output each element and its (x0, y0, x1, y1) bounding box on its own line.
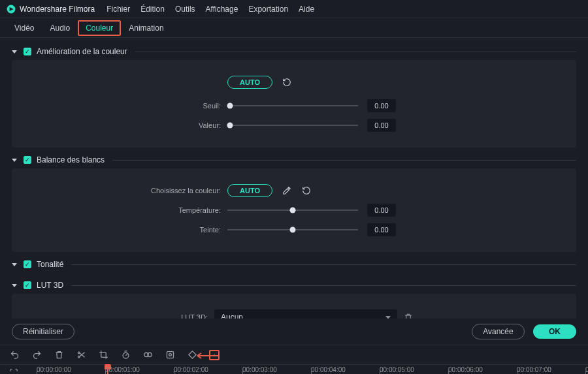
timeline-tick: 00:00:00:00 (37, 365, 71, 374)
menu-edition[interactable]: Édition (140, 5, 165, 14)
reset-button[interactable]: Réinitialiser (12, 324, 74, 339)
tab-audio[interactable]: Audio (42, 20, 78, 36)
checkbox-tonalite[interactable] (24, 260, 31, 268)
checkbox-color-enhancement[interactable] (24, 48, 31, 55)
section-title: Tonalité (37, 260, 63, 269)
speed-icon[interactable] (120, 350, 131, 360)
menu-exportation[interactable]: Exportation (248, 5, 288, 14)
timeline: 00:00:00:0000:00:01:0000:00:02:0000:00:0… (0, 364, 588, 374)
menu-outils[interactable]: Outils (175, 5, 195, 14)
section-color-enhancement: Amélioration de la couleur AUTO Seuil: 0… (12, 43, 576, 148)
label-lut3d: LUT 3D: (25, 313, 214, 319)
timeline-tick: 00:00:08:00 (585, 365, 588, 374)
section-header-tonalite[interactable]: Tonalité (12, 256, 576, 273)
slider-teinte[interactable] (227, 229, 358, 230)
section-title: LUT 3D (37, 281, 63, 290)
slider-temperature[interactable] (227, 210, 358, 211)
row-lut3d: LUT 3D: Aucun (25, 309, 563, 319)
row-choose-color: Choisissez la couleur: AUTO (25, 184, 563, 197)
ok-button[interactable]: OK (533, 324, 576, 339)
divider (135, 52, 576, 52)
label-temperature: Température: (25, 206, 227, 214)
reset-wb-icon[interactable] (301, 185, 312, 196)
timeline-toolbar (0, 345, 588, 364)
keyframe-icon[interactable] (187, 350, 197, 360)
timeline-tick: 00:00:01:00 (105, 365, 140, 374)
section-header-lut3d[interactable]: LUT 3D (12, 277, 576, 294)
row-temperature: Température: 0.00 (25, 204, 563, 217)
section-lut3d: LUT 3D LUT 3D: Aucun (12, 277, 576, 319)
tick-label: 00:00:01:00 (105, 366, 140, 373)
section-header-white-balance[interactable]: Balance des blancs (12, 151, 576, 168)
menu-affichage[interactable]: Affichage (206, 5, 238, 14)
row-teinte: Teinte: 0.00 (25, 223, 563, 236)
fit-timeline-icon[interactable] (9, 368, 18, 374)
label-valeur: Valeur: (25, 121, 227, 129)
svg-point-7 (169, 354, 171, 356)
caret-down-icon (12, 284, 17, 287)
value-valeur[interactable]: 0.00 (367, 119, 396, 132)
color-panel: Amélioration de la couleur AUTO Seuil: 0… (0, 38, 588, 319)
timeline-tick: 00:00:06:00 (448, 365, 483, 374)
tabbar: Vidéo Audio Couleur Animation (0, 18, 588, 38)
color-match-icon[interactable] (142, 350, 153, 360)
section-white-balance: Balance des blancs Choisissez la couleur… (12, 151, 576, 252)
section-body-color-enhancement: AUTO Seuil: 0.00 Valeur: 0.00 (12, 60, 576, 148)
reset-enhance-icon[interactable] (282, 77, 292, 87)
row-valeur: Valeur: 0.00 (25, 119, 563, 132)
tab-animation[interactable]: Animation (121, 20, 171, 36)
slider-seuil[interactable] (227, 105, 358, 106)
delete-icon[interactable] (54, 350, 64, 360)
tab-video[interactable]: Vidéo (7, 20, 42, 36)
crop-icon[interactable] (98, 350, 108, 360)
timeline-ruler[interactable]: 00:00:00:0000:00:01:0000:00:02:0000:00:0… (37, 365, 579, 374)
value-temperature[interactable]: 0.00 (367, 204, 396, 217)
value-teinte[interactable]: 0.00 (367, 223, 396, 236)
green-screen-icon[interactable] (165, 350, 175, 360)
divider (71, 264, 576, 265)
tick-label: 00:00:04:00 (311, 366, 346, 373)
row-seuil: Seuil: 0.00 (25, 99, 563, 112)
app-title: Wondershare Filmora (20, 5, 95, 14)
caret-down-icon (12, 159, 17, 162)
label-teinte: Teinte: (25, 226, 227, 234)
menu-fichier[interactable]: Fichier (106, 5, 130, 14)
auto-enhance-button[interactable]: AUTO (227, 76, 272, 89)
undo-icon[interactable] (9, 350, 20, 360)
checkbox-white-balance[interactable] (24, 156, 31, 164)
section-body-lut3d: LUT 3D: Aucun (12, 294, 576, 319)
color-correction-icon[interactable] (209, 350, 220, 360)
svg-point-1 (78, 352, 80, 354)
timeline-tick: 00:00:03:00 (242, 365, 277, 374)
section-tonalite: Tonalité (12, 256, 576, 273)
tick-label: 00:00:00:00 (37, 366, 71, 373)
section-body-white-balance: Choisissez la couleur: AUTO Température:… (12, 168, 576, 252)
menubar: Wondershare Filmora Fichier Édition Outi… (0, 0, 588, 18)
dropdown-lut3d-value: Aucun (221, 313, 243, 319)
divider (112, 160, 576, 161)
checkbox-lut3d[interactable] (24, 281, 31, 289)
app-logo-icon (7, 5, 16, 14)
label-seuil: Seuil: (25, 102, 227, 110)
tab-couleur[interactable]: Couleur (78, 20, 121, 36)
eyedropper-icon[interactable] (282, 185, 292, 196)
redo-icon[interactable] (31, 350, 42, 360)
tick-label: 00:00:07:00 (517, 366, 551, 373)
menu-aide[interactable]: Aide (299, 5, 314, 14)
tick-label: 00:00:06:00 (448, 366, 483, 373)
dropdown-lut3d[interactable]: Aucun (214, 309, 397, 319)
tick-label: 00:00:02:00 (174, 366, 208, 373)
svg-rect-6 (167, 352, 173, 358)
advanced-button[interactable]: Avancée (472, 324, 524, 339)
auto-wb-button[interactable]: AUTO (227, 184, 272, 197)
section-header-color-enhancement[interactable]: Amélioration de la couleur (12, 43, 576, 60)
svg-point-8 (215, 354, 216, 355)
timeline-tick: 00:00:05:00 (380, 365, 414, 374)
tick-label: 00:00:05:00 (380, 366, 414, 373)
slider-valeur[interactable] (227, 125, 358, 126)
delete-lut-icon[interactable] (404, 313, 413, 319)
caret-down-icon (12, 50, 17, 54)
value-seuil[interactable]: 0.00 (367, 99, 396, 112)
timeline-tick: 00:00:04:00 (311, 365, 346, 374)
split-icon[interactable] (76, 350, 86, 360)
